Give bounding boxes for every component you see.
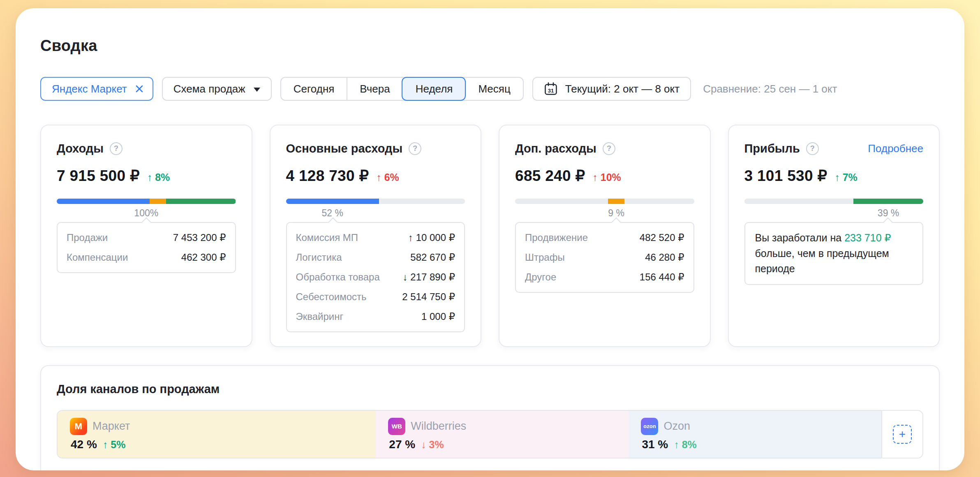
breakdown-row: Логистика 582 670 ₽ <box>296 248 455 267</box>
row-label: Продажи <box>67 232 108 243</box>
row-label: Эквайринг <box>296 311 344 322</box>
card-title: Прибыль <box>744 142 800 155</box>
card-delta: ↑ 6% <box>376 171 399 183</box>
row-value: ↓ 217 890 ₽ <box>403 271 455 283</box>
help-icon[interactable]: ? <box>806 142 819 155</box>
marketplace-filter-label: Яндекс Маркет <box>52 83 127 95</box>
channel-name: Ozon <box>663 420 690 433</box>
card-title: Доходы <box>57 142 104 155</box>
profit-note-text: Вы заработали на 233 710 ₽ больше, чем в… <box>755 230 913 277</box>
marketplace-filter-chip[interactable]: Яндекс Маркет <box>40 77 153 101</box>
bar-segment-extra <box>608 199 624 204</box>
tab-week[interactable]: Неделя <box>402 78 465 100</box>
row-value: 2 514 750 ₽ <box>402 291 455 303</box>
row-label: Продвижение <box>525 232 588 243</box>
date-range-label: Текущий: 2 окт — 8 окт <box>565 83 680 95</box>
market-logo-icon: M <box>70 418 87 435</box>
breakdown-row: Себестоимость 2 514 750 ₽ <box>296 287 455 307</box>
bar-segment-profit <box>166 199 236 204</box>
metric-cards-row: Доходы ? 7 915 500 ₽ ↑ 8% 100% Продажи 7… <box>40 125 940 347</box>
bar-percent-label: 39 % <box>878 208 899 219</box>
channels-section: Доля каналов по продажам M Маркет 42 % ↑… <box>40 365 940 470</box>
period-tabs: Сегодня Вчера Неделя Месяц <box>280 77 524 101</box>
chevron-down-icon <box>254 88 260 92</box>
expenses-breakdown: Комиссия МП ↑ 10 000 ₽ Логистика 582 670… <box>286 222 465 332</box>
details-link[interactable]: Подробнее <box>868 142 923 155</box>
ozon-logo-icon: ozon <box>641 418 658 435</box>
row-value: 46 280 ₽ <box>645 252 684 263</box>
calendar-icon: 31 <box>544 82 558 96</box>
expand-button[interactable]: + <box>881 411 922 458</box>
bar-segment-before <box>515 199 608 204</box>
card-delta: ↑ 10% <box>592 171 621 183</box>
channel-name: Маркет <box>92 420 130 433</box>
channel-delta: ↑ 8% <box>674 439 697 451</box>
row-label: Компенсации <box>67 252 128 263</box>
row-label: Обработка товара <box>296 271 380 283</box>
extra-progress-bar <box>515 199 694 204</box>
breakdown-row: Обработка товара ↓ 217 890 ₽ <box>296 267 455 287</box>
breakdown-row: Эквайринг 1 000 ₽ <box>296 307 455 326</box>
channel-share: 31 % <box>642 438 668 451</box>
expand-icon: + <box>893 425 912 444</box>
bar-segment-filled <box>286 199 379 204</box>
channel-share: 27 % <box>389 438 415 451</box>
help-icon[interactable]: ? <box>409 142 421 155</box>
comparison-label: Сравнение: 25 сен — 1 окт <box>703 83 837 95</box>
remove-filter-icon[interactable] <box>134 84 144 94</box>
bar-segment-profit <box>853 199 923 204</box>
income-progress-bar <box>57 199 236 204</box>
sales-scheme-label: Схема продаж <box>173 83 245 95</box>
bar-segment-after <box>624 199 694 204</box>
card-delta: ↑ 7% <box>834 171 858 183</box>
bar-segment-expenses <box>57 199 150 204</box>
help-icon[interactable]: ? <box>603 142 615 155</box>
breakdown-row: Компенсации 462 300 ₽ <box>67 248 226 267</box>
channel-market: M Маркет 42 % ↑ 5% <box>58 411 376 458</box>
tab-today[interactable]: Сегодня <box>281 78 347 100</box>
breakdown-row: Комиссия МП ↑ 10 000 ₽ <box>296 228 455 248</box>
date-range-picker[interactable]: 31 Текущий: 2 окт — 8 окт <box>532 77 691 101</box>
bar-segment-before <box>744 199 854 204</box>
channel-share: 42 % <box>71 438 97 451</box>
income-breakdown: Продажи 7 453 200 ₽ Компенсации 462 300 … <box>57 222 236 273</box>
card-value: 7 915 500 ₽ <box>57 167 140 185</box>
breakdown-row: Продвижение 482 520 ₽ <box>525 228 684 248</box>
row-value: 7 453 200 ₽ <box>173 232 226 243</box>
channel-delta: ↓ 3% <box>421 439 444 451</box>
row-value: 482 520 ₽ <box>640 232 684 243</box>
channel-name: Wildberries <box>411 420 466 433</box>
summary-panel: Сводка Яндекс Маркет Схема продаж Сегодн… <box>16 8 964 470</box>
bar-segment-extra <box>150 199 166 204</box>
main-expenses-card: Основные расходы ? 4 128 730 ₽ ↑ 6% 52 %… <box>270 125 482 347</box>
help-icon[interactable]: ? <box>110 142 122 155</box>
extra-breakdown: Продвижение 482 520 ₽ Штрафы 46 280 ₽ Др… <box>515 222 694 293</box>
channels-title: Доля каналов по продажам <box>57 382 923 396</box>
breakdown-row: Другое 156 440 ₽ <box>525 267 684 287</box>
tab-yesterday[interactable]: Вчера <box>347 78 402 100</box>
filters-bar: Яндекс Маркет Схема продаж Сегодня Вчера… <box>40 77 940 101</box>
page-title: Сводка <box>40 37 940 55</box>
breakdown-row: Штрафы 46 280 ₽ <box>525 248 684 267</box>
card-delta: ↑ 8% <box>147 171 170 183</box>
row-label: Комиссия МП <box>296 232 358 243</box>
wildberries-logo-icon: WB <box>388 418 405 435</box>
profit-note: Вы заработали на 233 710 ₽ больше, чем в… <box>744 222 924 285</box>
tab-month[interactable]: Месяц <box>465 78 522 100</box>
card-value: 3 101 530 ₽ <box>744 167 827 185</box>
row-label: Логистика <box>296 252 342 263</box>
row-value: 1 000 ₽ <box>421 311 455 322</box>
sales-scheme-dropdown[interactable]: Схема продаж <box>162 77 272 101</box>
card-value: 685 240 ₽ <box>515 167 585 185</box>
card-title: Основные расходы <box>286 142 403 155</box>
channel-wildberries: WB Wildberries 27 % ↓ 3% <box>376 411 629 458</box>
svg-text:31: 31 <box>548 88 554 94</box>
card-title: Доп. расходы <box>515 142 596 155</box>
extra-expenses-card: Доп. расходы ? 685 240 ₽ ↑ 10% 9 % Продв… <box>499 125 711 347</box>
row-label: Себестоимость <box>296 291 367 303</box>
channels-share-bar: M Маркет 42 % ↑ 5% WB Wildberries 27 % ↓… <box>57 410 923 458</box>
row-label: Штрафы <box>525 252 565 263</box>
breakdown-row: Продажи 7 453 200 ₽ <box>67 228 226 248</box>
row-value: ↑ 10 000 ₽ <box>408 232 455 243</box>
row-value: 462 300 ₽ <box>181 252 226 263</box>
